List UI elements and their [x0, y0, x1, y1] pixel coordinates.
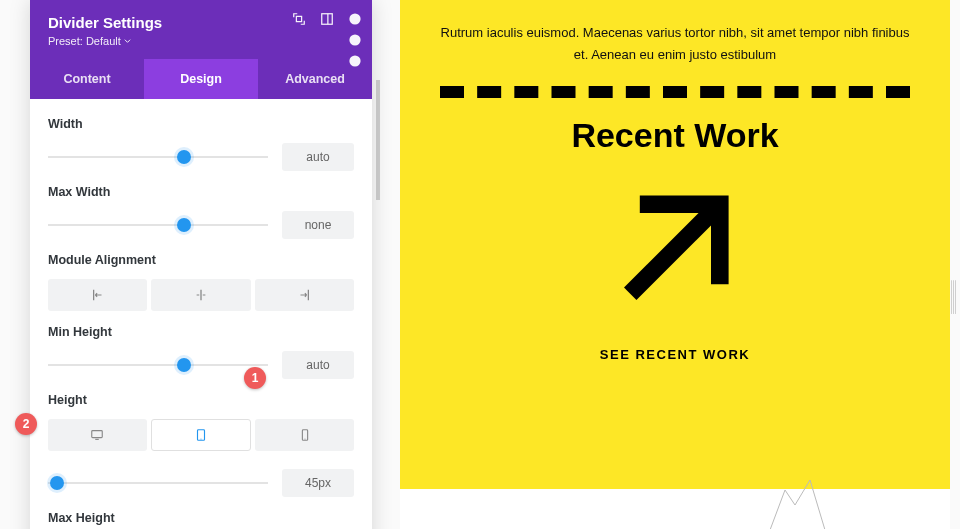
label-max-height: Max Height — [48, 511, 354, 525]
phone-icon — [298, 428, 312, 442]
align-right-button[interactable] — [255, 279, 354, 311]
field-max-width: Max Width — [48, 185, 354, 239]
panel-header: Divider Settings Preset: Default — [30, 0, 372, 59]
panel-layout-icon[interactable] — [320, 12, 334, 26]
building-graphic — [760, 480, 830, 529]
field-min-height: Min Height — [48, 325, 354, 379]
preset-label: Preset: Default — [48, 35, 121, 47]
label-height: Height — [48, 393, 354, 407]
chevron-down-icon — [124, 39, 131, 43]
align-left-icon — [91, 288, 105, 302]
label-width: Width — [48, 117, 354, 131]
preview-paragraph: Rutrum iaculis euismod. Maecenas varius … — [440, 22, 910, 66]
arrow-up-right-icon — [595, 169, 755, 329]
expand-icon[interactable] — [292, 12, 306, 26]
preview-below-section — [400, 489, 950, 529]
desktop-icon — [90, 428, 104, 442]
input-height[interactable] — [282, 469, 354, 497]
tab-content[interactable]: Content — [30, 59, 144, 99]
slider-height[interactable] — [48, 476, 268, 490]
svg-point-4 — [349, 34, 360, 45]
tab-advanced[interactable]: Advanced — [258, 59, 372, 99]
tablet-icon — [194, 428, 208, 442]
device-phone-button[interactable] — [255, 419, 354, 451]
svg-rect-1 — [322, 14, 333, 25]
label-max-width: Max Width — [48, 185, 354, 199]
resize-handle[interactable] — [951, 280, 956, 314]
more-icon[interactable] — [348, 12, 362, 26]
field-height: Height — [48, 393, 354, 497]
align-center-button[interactable] — [151, 279, 250, 311]
tab-design[interactable]: Design — [144, 59, 258, 99]
field-alignment: Module Alignment — [48, 253, 354, 311]
slider-min-height[interactable] — [48, 358, 268, 372]
divider-element[interactable] — [440, 86, 910, 98]
align-center-icon — [194, 288, 208, 302]
label-min-height: Min Height — [48, 325, 354, 339]
annotation-marker-2: 2 — [15, 413, 37, 435]
settings-panel: Divider Settings Preset: Default Content… — [30, 0, 372, 529]
svg-rect-0 — [296, 16, 301, 21]
align-left-button[interactable] — [48, 279, 147, 311]
annotation-marker-1: 1 — [244, 367, 266, 389]
device-tablet-button[interactable] — [151, 419, 252, 451]
input-max-width[interactable] — [282, 211, 354, 239]
svg-point-3 — [349, 13, 360, 24]
preview-cta[interactable]: SEE RECENT WORK — [600, 347, 750, 362]
preview-canvas: Rutrum iaculis euismod. Maecenas varius … — [400, 0, 950, 489]
panel-body: Width Max Width Module Alignment — [30, 99, 372, 529]
slider-width[interactable] — [48, 150, 268, 164]
preview-scroll-indicator — [376, 80, 380, 200]
svg-point-14 — [304, 438, 305, 439]
field-width: Width — [48, 117, 354, 171]
slider-max-width[interactable] — [48, 218, 268, 232]
svg-point-12 — [200, 438, 201, 439]
input-min-height[interactable] — [282, 351, 354, 379]
device-desktop-button[interactable] — [48, 419, 147, 451]
arrow-graphic — [595, 169, 755, 333]
svg-rect-9 — [92, 431, 103, 438]
label-alignment: Module Alignment — [48, 253, 354, 267]
field-max-height: Max Height — [48, 511, 354, 525]
tab-bar: Content Design Advanced — [30, 59, 372, 99]
align-right-icon — [297, 288, 311, 302]
preview-heading: Recent Work — [571, 116, 778, 155]
preset-selector[interactable]: Preset: Default — [48, 35, 131, 47]
input-width[interactable] — [282, 143, 354, 171]
